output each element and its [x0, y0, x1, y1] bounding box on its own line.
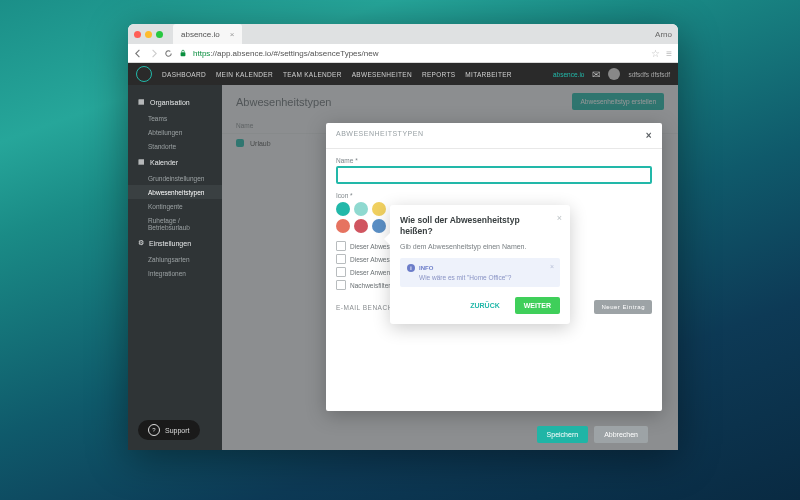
svg-rect-0: [181, 52, 186, 56]
sidebar-item-locations[interactable]: Standorte: [128, 139, 222, 153]
sidebar-item-holidays[interactable]: Ruhetage / Betriebsurlaub: [128, 213, 222, 234]
icon-option[interactable]: [336, 202, 350, 216]
reload-icon[interactable]: [164, 49, 173, 58]
next-button[interactable]: WEITER: [515, 297, 560, 314]
nav-dashboard[interactable]: DASHBOARD: [162, 71, 206, 78]
modal-title: ABWESENHEITSTYPEN: [336, 130, 423, 141]
nav-my-calendar[interactable]: MEIN KALENDER: [216, 71, 273, 78]
back-button[interactable]: ZURÜCK: [461, 297, 509, 314]
browser-tabbar: absence.io × Arno: [128, 24, 678, 44]
browser-profile[interactable]: Arno: [655, 30, 672, 39]
nav-reports[interactable]: REPORTS: [422, 71, 455, 78]
sidebar-item-departments[interactable]: Abteilungen: [128, 125, 222, 139]
icon-label: Icon *: [336, 192, 652, 199]
maximize-window-icon[interactable]: [156, 31, 163, 38]
app-logo-icon[interactable]: [136, 66, 152, 82]
icon-option[interactable]: [336, 219, 350, 233]
menu-icon[interactable]: ≡: [666, 48, 672, 59]
browser-window: absence.io × Arno https://app.absence.io…: [128, 24, 678, 450]
close-window-icon[interactable]: [134, 31, 141, 38]
tooltip-info-box: × iINFO Wie wäre es mit "Home Office"?: [400, 258, 560, 287]
checkbox-icon: [336, 254, 346, 264]
sidebar-item-basesettings[interactable]: Grundeinstellungen: [128, 171, 222, 185]
window-controls[interactable]: [134, 31, 163, 38]
nav-team-calendar[interactable]: TEAM KALENDER: [283, 71, 342, 78]
sidebar-group-settings[interactable]: ⚙ Einstellungen: [128, 234, 222, 252]
name-label: Name *: [336, 157, 652, 164]
tooltip-info-text: Wie wäre es mit "Home Office"?: [419, 274, 553, 281]
forward-icon[interactable]: [149, 49, 158, 58]
sidebar-group-org[interactable]: ▦ Organisation: [128, 93, 222, 111]
tooltip-title: Wie soll der Abwesenheitstyp heißen?: [400, 215, 560, 237]
onboarding-tooltip: × Wie soll der Abwesenheitstyp heißen? G…: [390, 205, 570, 324]
info-icon: i: [407, 264, 415, 272]
name-input[interactable]: [336, 166, 652, 184]
url-text[interactable]: https://app.absence.io/#/settings/absenc…: [193, 49, 645, 58]
mail-icon[interactable]: ✉: [592, 69, 600, 80]
checkbox-icon: [336, 267, 346, 277]
cancel-button[interactable]: Abbrechen: [594, 426, 648, 443]
sidebar-item-integrations[interactable]: Integrationen: [128, 266, 222, 280]
top-nav: DASHBOARD MEIN KALENDER TEAM KALENDER AB…: [128, 63, 678, 85]
checkbox-icon: [336, 241, 346, 251]
tooltip-arrow-icon: [384, 233, 390, 245]
sidebar-item-teams[interactable]: Teams: [128, 111, 222, 125]
save-button[interactable]: Speichern: [537, 426, 589, 443]
back-icon[interactable]: [134, 49, 143, 58]
checkbox-icon: [336, 280, 346, 290]
icon-option[interactable]: [354, 202, 368, 216]
close-tab-icon[interactable]: ×: [230, 30, 235, 39]
bookmark-icon[interactable]: ☆: [651, 48, 660, 59]
close-icon[interactable]: ×: [550, 263, 554, 270]
brand-link[interactable]: absence.io: [553, 71, 584, 78]
icon-option[interactable]: [354, 219, 368, 233]
close-icon[interactable]: ×: [557, 213, 562, 223]
sidebar-item-absence-types[interactable]: Abwesenheitstypen: [128, 185, 222, 199]
nav-absences[interactable]: ABWESENHEITEN: [352, 71, 412, 78]
nav-employees[interactable]: MITARBEITER: [465, 71, 512, 78]
sidebar-group-calendar[interactable]: ▦ Kalender: [128, 153, 222, 171]
app-root: DASHBOARD MEIN KALENDER TEAM KALENDER AB…: [128, 63, 678, 450]
help-icon: ?: [148, 424, 160, 436]
sidebar: ▦ Organisation Teams Abteilungen Standor…: [128, 85, 222, 450]
add-entry-button[interactable]: Neuer Eintrag: [594, 300, 652, 314]
minimize-window-icon[interactable]: [145, 31, 152, 38]
icon-option[interactable]: [372, 219, 386, 233]
desktop-wallpaper: absence.io × Arno https://app.absence.io…: [0, 0, 800, 500]
avatar[interactable]: [608, 68, 620, 80]
close-icon[interactable]: ×: [646, 130, 652, 141]
url-bar: https://app.absence.io/#/settings/absenc…: [128, 44, 678, 63]
tab-title: absence.io: [181, 30, 220, 39]
main-content: Abwesenheitstypen Abwesenheitstyp erstel…: [222, 85, 678, 450]
support-button[interactable]: ?Support: [138, 420, 200, 440]
sidebar-item-quotas[interactable]: Kontingente: [128, 199, 222, 213]
browser-tab[interactable]: absence.io ×: [173, 24, 242, 44]
sidebar-item-payments[interactable]: Zahlungsarten: [128, 252, 222, 266]
user-name[interactable]: sdfsdfs dfsfsdf: [628, 71, 670, 78]
lock-icon: [179, 49, 187, 57]
icon-option[interactable]: [372, 202, 386, 216]
tooltip-body: Gib dem Abwesenheitstyp einen Namen.: [400, 243, 560, 250]
